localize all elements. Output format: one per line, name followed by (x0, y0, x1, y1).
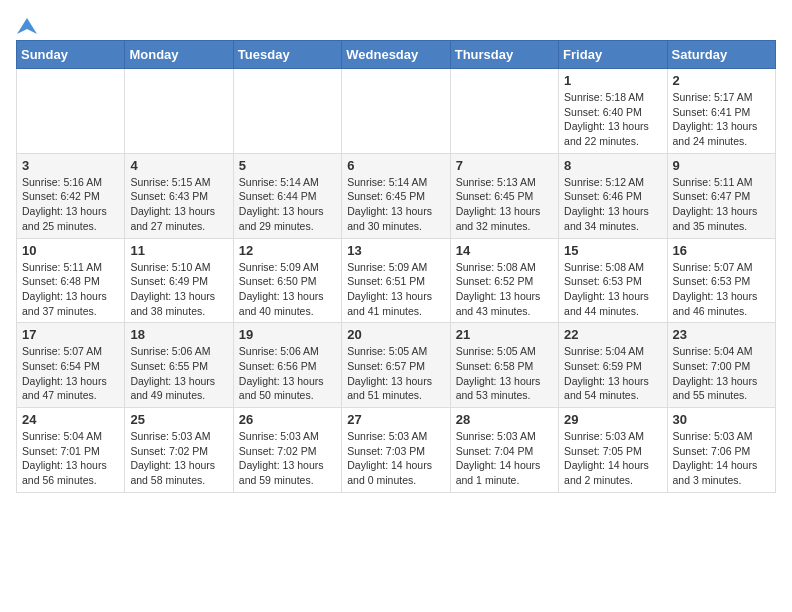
day-info: Sunrise: 5:03 AM Sunset: 7:02 PM Dayligh… (130, 429, 227, 488)
day-number: 3 (22, 158, 119, 173)
day-info: Sunrise: 5:07 AM Sunset: 6:53 PM Dayligh… (673, 260, 770, 319)
day-number: 19 (239, 327, 336, 342)
day-info: Sunrise: 5:15 AM Sunset: 6:43 PM Dayligh… (130, 175, 227, 234)
day-number: 22 (564, 327, 661, 342)
calendar-cell: 23Sunrise: 5:04 AM Sunset: 7:00 PM Dayli… (667, 323, 775, 408)
calendar-cell: 7Sunrise: 5:13 AM Sunset: 6:45 PM Daylig… (450, 153, 558, 238)
day-info: Sunrise: 5:06 AM Sunset: 6:56 PM Dayligh… (239, 344, 336, 403)
day-number: 12 (239, 243, 336, 258)
calendar-week-row: 3Sunrise: 5:16 AM Sunset: 6:42 PM Daylig… (17, 153, 776, 238)
day-info: Sunrise: 5:06 AM Sunset: 6:55 PM Dayligh… (130, 344, 227, 403)
calendar-cell: 25Sunrise: 5:03 AM Sunset: 7:02 PM Dayli… (125, 408, 233, 493)
logo (16, 16, 38, 32)
calendar-cell: 6Sunrise: 5:14 AM Sunset: 6:45 PM Daylig… (342, 153, 450, 238)
calendar-cell (17, 69, 125, 154)
calendar-cell: 4Sunrise: 5:15 AM Sunset: 6:43 PM Daylig… (125, 153, 233, 238)
calendar-cell: 19Sunrise: 5:06 AM Sunset: 6:56 PM Dayli… (233, 323, 341, 408)
day-info: Sunrise: 5:04 AM Sunset: 6:59 PM Dayligh… (564, 344, 661, 403)
day-number: 1 (564, 73, 661, 88)
svg-marker-0 (17, 18, 37, 34)
day-number: 25 (130, 412, 227, 427)
day-info: Sunrise: 5:18 AM Sunset: 6:40 PM Dayligh… (564, 90, 661, 149)
day-number: 24 (22, 412, 119, 427)
weekday-header-wednesday: Wednesday (342, 41, 450, 69)
day-info: Sunrise: 5:05 AM Sunset: 6:57 PM Dayligh… (347, 344, 444, 403)
day-info: Sunrise: 5:03 AM Sunset: 7:06 PM Dayligh… (673, 429, 770, 488)
day-number: 14 (456, 243, 553, 258)
weekday-header-monday: Monday (125, 41, 233, 69)
day-info: Sunrise: 5:09 AM Sunset: 6:51 PM Dayligh… (347, 260, 444, 319)
calendar-week-row: 1Sunrise: 5:18 AM Sunset: 6:40 PM Daylig… (17, 69, 776, 154)
day-info: Sunrise: 5:08 AM Sunset: 6:52 PM Dayligh… (456, 260, 553, 319)
calendar-cell (342, 69, 450, 154)
day-number: 5 (239, 158, 336, 173)
day-info: Sunrise: 5:04 AM Sunset: 7:00 PM Dayligh… (673, 344, 770, 403)
day-info: Sunrise: 5:08 AM Sunset: 6:53 PM Dayligh… (564, 260, 661, 319)
calendar-cell: 3Sunrise: 5:16 AM Sunset: 6:42 PM Daylig… (17, 153, 125, 238)
calendar-cell: 15Sunrise: 5:08 AM Sunset: 6:53 PM Dayli… (559, 238, 667, 323)
calendar-week-row: 17Sunrise: 5:07 AM Sunset: 6:54 PM Dayli… (17, 323, 776, 408)
calendar-cell: 29Sunrise: 5:03 AM Sunset: 7:05 PM Dayli… (559, 408, 667, 493)
calendar-cell: 11Sunrise: 5:10 AM Sunset: 6:49 PM Dayli… (125, 238, 233, 323)
day-number: 27 (347, 412, 444, 427)
calendar-cell: 13Sunrise: 5:09 AM Sunset: 6:51 PM Dayli… (342, 238, 450, 323)
calendar-cell: 1Sunrise: 5:18 AM Sunset: 6:40 PM Daylig… (559, 69, 667, 154)
day-number: 30 (673, 412, 770, 427)
calendar-cell: 30Sunrise: 5:03 AM Sunset: 7:06 PM Dayli… (667, 408, 775, 493)
calendar-cell: 27Sunrise: 5:03 AM Sunset: 7:03 PM Dayli… (342, 408, 450, 493)
day-number: 16 (673, 243, 770, 258)
day-info: Sunrise: 5:12 AM Sunset: 6:46 PM Dayligh… (564, 175, 661, 234)
day-number: 15 (564, 243, 661, 258)
calendar-cell: 22Sunrise: 5:04 AM Sunset: 6:59 PM Dayli… (559, 323, 667, 408)
calendar-cell: 5Sunrise: 5:14 AM Sunset: 6:44 PM Daylig… (233, 153, 341, 238)
calendar-cell: 14Sunrise: 5:08 AM Sunset: 6:52 PM Dayli… (450, 238, 558, 323)
calendar-cell: 26Sunrise: 5:03 AM Sunset: 7:02 PM Dayli… (233, 408, 341, 493)
day-info: Sunrise: 5:05 AM Sunset: 6:58 PM Dayligh… (456, 344, 553, 403)
day-number: 10 (22, 243, 119, 258)
day-number: 20 (347, 327, 444, 342)
calendar-cell: 8Sunrise: 5:12 AM Sunset: 6:46 PM Daylig… (559, 153, 667, 238)
day-info: Sunrise: 5:03 AM Sunset: 7:04 PM Dayligh… (456, 429, 553, 488)
day-number: 23 (673, 327, 770, 342)
day-number: 13 (347, 243, 444, 258)
weekday-header-tuesday: Tuesday (233, 41, 341, 69)
day-number: 21 (456, 327, 553, 342)
day-info: Sunrise: 5:03 AM Sunset: 7:03 PM Dayligh… (347, 429, 444, 488)
calendar-cell: 16Sunrise: 5:07 AM Sunset: 6:53 PM Dayli… (667, 238, 775, 323)
weekday-header-friday: Friday (559, 41, 667, 69)
day-info: Sunrise: 5:10 AM Sunset: 6:49 PM Dayligh… (130, 260, 227, 319)
calendar-cell: 18Sunrise: 5:06 AM Sunset: 6:55 PM Dayli… (125, 323, 233, 408)
calendar-header-row: SundayMondayTuesdayWednesdayThursdayFrid… (17, 41, 776, 69)
day-number: 17 (22, 327, 119, 342)
calendar-cell (450, 69, 558, 154)
day-info: Sunrise: 5:14 AM Sunset: 6:44 PM Dayligh… (239, 175, 336, 234)
day-info: Sunrise: 5:03 AM Sunset: 7:02 PM Dayligh… (239, 429, 336, 488)
calendar-cell: 10Sunrise: 5:11 AM Sunset: 6:48 PM Dayli… (17, 238, 125, 323)
calendar-week-row: 24Sunrise: 5:04 AM Sunset: 7:01 PM Dayli… (17, 408, 776, 493)
calendar-cell: 9Sunrise: 5:11 AM Sunset: 6:47 PM Daylig… (667, 153, 775, 238)
calendar-cell: 20Sunrise: 5:05 AM Sunset: 6:57 PM Dayli… (342, 323, 450, 408)
day-number: 11 (130, 243, 227, 258)
day-info: Sunrise: 5:14 AM Sunset: 6:45 PM Dayligh… (347, 175, 444, 234)
day-number: 9 (673, 158, 770, 173)
weekday-header-sunday: Sunday (17, 41, 125, 69)
day-info: Sunrise: 5:11 AM Sunset: 6:47 PM Dayligh… (673, 175, 770, 234)
day-info: Sunrise: 5:09 AM Sunset: 6:50 PM Dayligh… (239, 260, 336, 319)
calendar-cell: 21Sunrise: 5:05 AM Sunset: 6:58 PM Dayli… (450, 323, 558, 408)
day-info: Sunrise: 5:16 AM Sunset: 6:42 PM Dayligh… (22, 175, 119, 234)
calendar-cell: 12Sunrise: 5:09 AM Sunset: 6:50 PM Dayli… (233, 238, 341, 323)
day-info: Sunrise: 5:03 AM Sunset: 7:05 PM Dayligh… (564, 429, 661, 488)
day-info: Sunrise: 5:17 AM Sunset: 6:41 PM Dayligh… (673, 90, 770, 149)
logo-bird-icon (17, 16, 37, 36)
day-info: Sunrise: 5:13 AM Sunset: 6:45 PM Dayligh… (456, 175, 553, 234)
calendar-cell: 17Sunrise: 5:07 AM Sunset: 6:54 PM Dayli… (17, 323, 125, 408)
calendar-cell: 2Sunrise: 5:17 AM Sunset: 6:41 PM Daylig… (667, 69, 775, 154)
day-info: Sunrise: 5:07 AM Sunset: 6:54 PM Dayligh… (22, 344, 119, 403)
day-number: 2 (673, 73, 770, 88)
day-info: Sunrise: 5:04 AM Sunset: 7:01 PM Dayligh… (22, 429, 119, 488)
weekday-header-saturday: Saturday (667, 41, 775, 69)
day-number: 26 (239, 412, 336, 427)
day-info: Sunrise: 5:11 AM Sunset: 6:48 PM Dayligh… (22, 260, 119, 319)
calendar-cell: 24Sunrise: 5:04 AM Sunset: 7:01 PM Dayli… (17, 408, 125, 493)
weekday-header-thursday: Thursday (450, 41, 558, 69)
